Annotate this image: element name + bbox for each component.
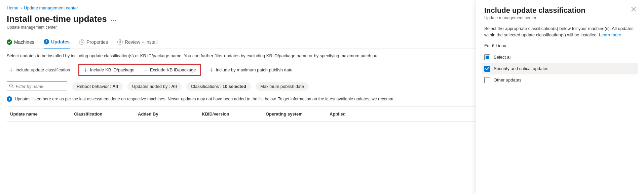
checkbox-unchecked-icon (484, 77, 490, 83)
filter-label: Reboot behavior : (77, 84, 112, 89)
filter-value: 10 selected (223, 84, 246, 89)
column-os[interactable]: Operating system (266, 111, 326, 117)
plus-icon (83, 68, 88, 72)
action-label: Exclude KB ID/package (150, 67, 196, 72)
page-title: Install one-time updates (7, 14, 107, 24)
svg-point-0 (9, 84, 12, 87)
step-label: Machines (14, 39, 34, 45)
info-text: Updates listed here are as per the last … (15, 97, 393, 101)
classification-security-critical[interactable]: Security and critical updates (482, 63, 638, 74)
filter-label: Classifications : (191, 84, 223, 89)
include-max-date-button[interactable]: Include by maximum patch publish date (207, 66, 294, 74)
plus-icon (9, 68, 13, 72)
filter-classifications[interactable]: Classifications : 10 selected (186, 82, 251, 91)
checkbox-label: Other updates (494, 77, 521, 83)
filter-label: Maximum publish date (260, 84, 304, 89)
breadcrumb-parent[interactable]: Update management center (24, 5, 78, 10)
action-label: Include KB ID/package (90, 67, 135, 72)
step-label: Review + install (125, 39, 158, 45)
search-input[interactable] (16, 84, 73, 89)
highlighted-actions: Include KB ID/package Exclude KB ID/pack… (78, 64, 201, 76)
minus-icon (143, 68, 148, 72)
panel-title: Include update classification (484, 6, 585, 15)
checkbox-label: Security and critical updates (494, 66, 548, 71)
classification-panel: Include update classification Update man… (476, 0, 644, 194)
checkbox-label: Select all (494, 55, 512, 60)
column-classification[interactable]: Classification (74, 111, 135, 117)
filter-reboot[interactable]: Reboot behavior : All (72, 82, 123, 91)
step-number-icon: 2 (44, 39, 49, 44)
filter-label: Updates added by : (132, 84, 171, 89)
info-icon: i (7, 96, 12, 102)
step-label: Properties (86, 39, 108, 45)
learn-more-link[interactable]: Learn more (599, 32, 621, 37)
filter-value: All (112, 84, 118, 89)
close-icon (631, 6, 636, 13)
select-all-checkbox[interactable]: Select all (482, 52, 638, 63)
filter-value: All (171, 84, 177, 89)
classification-other-updates[interactable]: Other updates (482, 74, 638, 86)
column-applied[interactable]: Applied (330, 111, 370, 117)
close-panel-button[interactable] (631, 6, 636, 13)
column-kbid-version[interactable]: KBID/version (202, 111, 262, 117)
step-review-install[interactable]: 4 Review + install (117, 37, 158, 48)
filter-added-by[interactable]: Updates added by : All (127, 82, 182, 91)
breadcrumb-home[interactable]: Home (7, 5, 18, 10)
plus-icon (209, 68, 214, 72)
filter-max-publish-date[interactable]: Maximum publish date (256, 82, 309, 91)
action-label: Include by maximum patch publish date (216, 67, 292, 72)
panel-description: Select the appropriate classification(s)… (484, 26, 636, 38)
step-number-icon: 4 (117, 39, 123, 45)
column-update-name[interactable]: Update name (10, 111, 71, 117)
step-number-icon: 3 (79, 39, 84, 45)
more-menu-icon[interactable]: ⋯ (110, 14, 116, 24)
action-label: Include update classification (15, 67, 70, 72)
include-kb-button[interactable]: Include KB ID/package (81, 66, 137, 74)
step-updates[interactable]: 2 Updates (44, 36, 70, 48)
exclude-kb-button[interactable]: Exclude KB ID/package (141, 66, 198, 74)
checkbox-checked-icon (484, 66, 490, 72)
column-added-by[interactable]: Added By (138, 111, 198, 117)
panel-scope: For 6 Linux (484, 43, 636, 48)
check-icon (7, 39, 12, 45)
checkbox-indeterminate-icon (484, 54, 490, 60)
search-icon (9, 84, 14, 89)
panel-subtitle: Update management center (484, 15, 585, 20)
step-properties[interactable]: 3 Properties (79, 37, 108, 48)
include-classification-button[interactable]: Include update classification (7, 66, 72, 74)
step-machines[interactable]: Machines (7, 37, 34, 48)
chevron-right-icon: › (21, 5, 22, 10)
step-label: Updates (51, 39, 70, 44)
search-box[interactable] (7, 82, 67, 91)
